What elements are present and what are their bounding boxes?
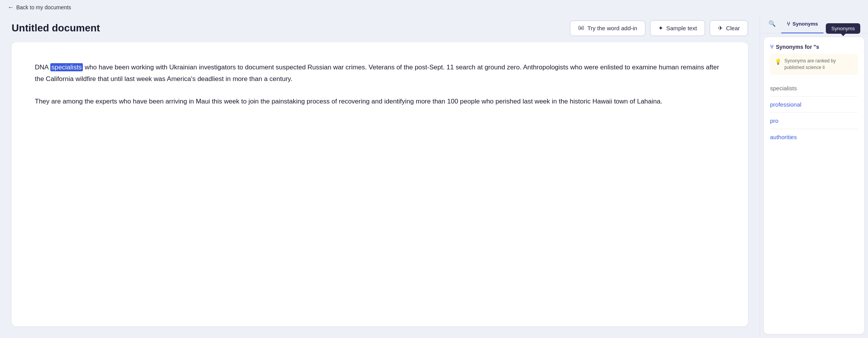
highlighted-word[interactable]: specialists xyxy=(50,63,83,71)
right-sidebar: 🔍 ⑂ Synonyms Synonyms ⑂ Synonyms for "s … xyxy=(760,15,868,338)
tab-synonyms[interactable]: ⑂ Synonyms xyxy=(781,15,823,33)
paragraph-2: They are among the experts who have been… xyxy=(35,96,725,107)
back-arrow-icon: ← xyxy=(8,4,14,11)
star-icon: ✦ xyxy=(658,24,663,32)
sample-text-button[interactable]: ✦ Sample text xyxy=(650,20,705,36)
synonyms-icon: ⑂ xyxy=(787,21,790,27)
synonym-word-specialists: specialists xyxy=(770,85,797,91)
synonym-item-professional[interactable]: professional xyxy=(770,97,858,113)
doc-title: Untitled document xyxy=(12,22,100,34)
info-bulb-icon: 💡 xyxy=(775,58,781,66)
document-card: DNA specialists who have been working wi… xyxy=(12,42,748,326)
paragraph-1: DNA specialists who have been working wi… xyxy=(35,62,725,85)
back-link-label: Back to my documents xyxy=(16,4,71,10)
search-icon: 🔍 xyxy=(769,20,776,27)
synonym-word-authorities: authorities xyxy=(770,134,797,140)
toolbar-buttons: 🄦 Try the word add-in ✦ Sample text ✈ Cl… xyxy=(570,20,748,36)
synonyms-header-icon: ⑂ xyxy=(770,43,774,50)
synonyms-header-text: Synonyms for "s xyxy=(776,44,819,50)
tab-search[interactable]: 🔍 xyxy=(763,15,781,33)
synonym-word-professional: professional xyxy=(770,101,801,108)
word-addin-button[interactable]: 🄦 Try the word add-in xyxy=(570,21,645,36)
synonyms-tooltip: Synonyms xyxy=(826,23,860,34)
para2-text: They are among the experts who have been… xyxy=(35,98,662,105)
info-text: Synonyms are ranked by published science… xyxy=(784,58,853,71)
para1-before: DNA xyxy=(35,64,50,71)
word-icon: 🄦 xyxy=(578,25,584,32)
synonyms-panel: Synonyms ⑂ Synonyms for "s 💡 Synonyms ar… xyxy=(764,37,864,334)
document-area: Untitled document 🄦 Try the word add-in … xyxy=(0,15,760,338)
synonyms-header: ⑂ Synonyms for "s xyxy=(770,43,858,50)
synonym-item-pro[interactable]: pro xyxy=(770,113,858,129)
clear-icon: ✈ xyxy=(718,24,723,32)
para1-after: who have been working with Ukrainian inv… xyxy=(35,64,719,83)
doc-header: Untitled document 🄦 Try the word add-in … xyxy=(12,15,748,42)
back-link[interactable]: ← Back to my documents xyxy=(8,4,71,11)
clear-label: Clear xyxy=(726,25,740,31)
synonym-item-specialists[interactable]: specialists xyxy=(770,80,858,97)
synonyms-info-box: 💡 Synonyms are ranked by published scien… xyxy=(770,54,858,75)
sample-text-label: Sample text xyxy=(666,25,697,31)
synonym-item-authorities[interactable]: authorities xyxy=(770,129,858,145)
clear-button[interactable]: ✈ Clear xyxy=(710,20,748,36)
synonym-word-pro: pro xyxy=(770,117,779,124)
tab-synonyms-label: Synonyms xyxy=(793,21,818,27)
word-addin-label: Try the word add-in xyxy=(587,25,637,31)
